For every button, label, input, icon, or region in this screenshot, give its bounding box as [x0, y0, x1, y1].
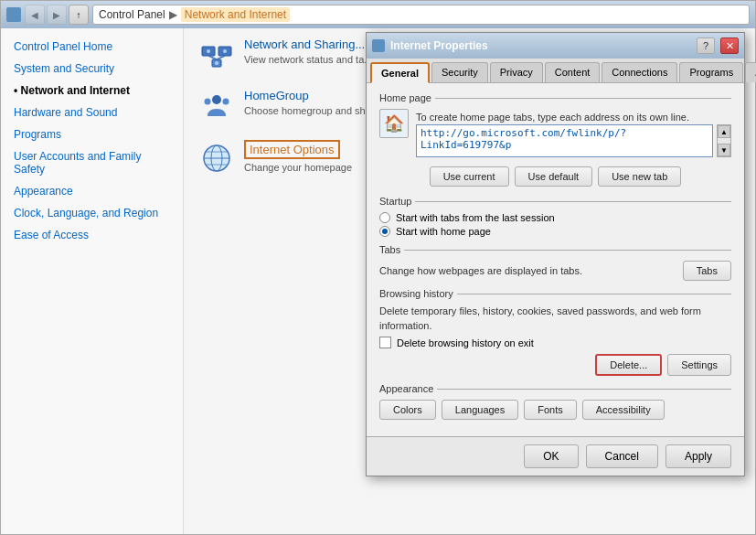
history-section: Delete temporary files, history, cookies…: [379, 305, 731, 376]
tabs-section-header: Tabs: [379, 244, 731, 255]
dialog-footer: OK Cancel Apply: [367, 436, 744, 476]
up-button[interactable]: ↑: [69, 5, 89, 25]
svg-point-10: [223, 99, 229, 105]
network-icon: [198, 37, 235, 74]
languages-button[interactable]: Languages: [442, 400, 518, 420]
cancel-button[interactable]: Cancel: [586, 444, 658, 468]
tabs-button[interactable]: Tabs: [683, 261, 731, 281]
svg-line-3: [208, 56, 217, 59]
sidebar: Control Panel Home System and Security N…: [1, 28, 184, 534]
internet-options-info: Internet Options Change your homepage: [244, 140, 352, 175]
svg-point-7: [215, 61, 218, 65]
history-buttons: Delete... Settings: [379, 354, 731, 376]
use-new-tab-button[interactable]: Use new tab: [598, 166, 681, 187]
homepage-scrollbar: ▲ ▼: [717, 124, 731, 157]
tab-content[interactable]: Content: [545, 62, 601, 82]
startup-section-header: Startup: [379, 196, 731, 207]
delete-button[interactable]: Delete...: [595, 354, 662, 376]
tabs-desc: Change how webpages are displayed in tab…: [379, 265, 582, 276]
tabs-section: Change how webpages are displayed in tab…: [379, 261, 731, 281]
svg-point-6: [223, 49, 227, 53]
homegroup-title[interactable]: HomeGroup: [244, 89, 374, 102]
homepage-desc: To create home page tabs, type each addr…: [416, 109, 731, 124]
dialog-title: Internet Properties: [390, 39, 691, 52]
homegroup-icon: [198, 89, 235, 125]
titlebar: ◀ ▶ ↑ Control Panel ▶ Network and Intern…: [1, 1, 755, 28]
sidebar-item-programs[interactable]: Programs: [1, 123, 183, 145]
startup-section: Start with tabs from the last session St…: [379, 212, 731, 237]
breadcrumb-root[interactable]: Control Panel: [99, 8, 165, 21]
homepage-content: To create home page tabs, type each addr…: [416, 109, 731, 161]
history-desc: Delete temporary files, history, cookies…: [379, 305, 731, 333]
homepage-input-row: ▲ ▼: [416, 124, 731, 157]
nav-buttons: ◀ ▶ ↑: [25, 5, 89, 25]
delete-on-exit-label: Delete browsing history on exit: [397, 337, 534, 348]
startup-home-page-label: Start with home page: [396, 226, 491, 237]
startup-home-page-row: Start with home page: [379, 226, 731, 237]
history-settings-button[interactable]: Settings: [667, 354, 731, 376]
svg-line-4: [217, 56, 225, 59]
tab-connections[interactable]: Connections: [602, 62, 677, 82]
svg-point-5: [207, 49, 210, 53]
sidebar-item-ease-of-access[interactable]: Ease of Access: [1, 224, 183, 246]
homepage-icon: 🏠: [379, 109, 409, 138]
breadcrumb-separator: ▶: [169, 8, 177, 21]
use-default-button[interactable]: Use default: [515, 166, 593, 187]
sidebar-item-system-security[interactable]: System and Security: [1, 58, 183, 80]
tab-advanced[interactable]: Advanced: [745, 62, 756, 82]
sidebar-item-appearance[interactable]: Appearance: [1, 180, 183, 202]
startup-last-session-row: Start with tabs from the last session: [379, 212, 731, 223]
ok-button[interactable]: OK: [524, 444, 578, 468]
scroll-up-arrow[interactable]: ▲: [718, 125, 730, 138]
startup-last-session-radio[interactable]: [379, 212, 390, 223]
delete-on-exit-checkbox[interactable]: [379, 337, 391, 348]
tab-privacy[interactable]: Privacy: [490, 62, 543, 82]
help-button[interactable]: ?: [697, 37, 715, 54]
sidebar-item-network-internet[interactable]: Network and Internet: [1, 80, 183, 102]
svg-point-8: [212, 95, 221, 104]
forward-button[interactable]: ▶: [47, 5, 67, 25]
svg-point-9: [205, 99, 211, 105]
internet-options-icon: [198, 140, 235, 177]
appearance-section-header: Appearance: [379, 383, 731, 394]
fonts-button[interactable]: Fonts: [524, 400, 577, 420]
sidebar-item-cp-home[interactable]: Control Panel Home: [1, 36, 183, 58]
history-section-header: Browsing history: [379, 288, 731, 299]
homepage-url-input[interactable]: [416, 124, 713, 157]
internet-properties-dialog: Internet Properties ? ✕ General Security…: [366, 32, 745, 476]
sidebar-item-clock-language[interactable]: Clock, Language, and Region: [1, 202, 183, 224]
homepage-section-header: Home page: [379, 92, 731, 103]
dialog-titlebar: Internet Properties ? ✕: [367, 33, 744, 59]
dialog-tabs: General Security Privacy Content Connect…: [367, 59, 744, 83]
dialog-body: Home page 🏠 To create home page tabs, ty…: [367, 83, 744, 436]
close-button[interactable]: ✕: [720, 37, 739, 54]
apply-button[interactable]: Apply: [665, 444, 731, 468]
breadcrumb: Control Panel ▶ Network and Internet: [92, 5, 750, 25]
accessibility-button[interactable]: Accessibility: [582, 400, 665, 420]
startup-home-page-radio[interactable]: [379, 226, 390, 237]
homepage-section: 🏠 To create home page tabs, type each ad…: [379, 109, 731, 161]
homepage-buttons: Use current Use default Use new tab: [379, 166, 731, 187]
history-checkbox-row: Delete browsing history on exit: [379, 337, 731, 348]
tab-general[interactable]: General: [370, 62, 430, 83]
startup-last-session-label: Start with tabs from the last session: [396, 212, 555, 223]
homegroup-info: HomeGroup Choose homegroup and sh...: [244, 89, 374, 118]
homegroup-desc: Choose homegroup and sh...: [244, 104, 374, 118]
appearance-buttons: ColorsLanguagesFontsAccessibility: [379, 400, 731, 420]
breadcrumb-current[interactable]: Network and Internet: [181, 7, 290, 22]
appearance-section: ColorsLanguagesFontsAccessibility: [379, 400, 731, 420]
sidebar-item-hardware-sound[interactable]: Hardware and Sound: [1, 102, 183, 123]
internet-options-title[interactable]: Internet Options: [244, 140, 340, 159]
colors-button[interactable]: Colors: [379, 400, 436, 420]
sidebar-item-user-accounts[interactable]: User Accounts and Family Safety: [1, 145, 183, 180]
use-current-button[interactable]: Use current: [430, 166, 509, 187]
scroll-down-arrow[interactable]: ▼: [718, 144, 730, 156]
dialog-icon: [372, 39, 385, 52]
back-button[interactable]: ◀: [25, 5, 45, 25]
tab-programs[interactable]: Programs: [679, 62, 743, 82]
window-icon: [6, 7, 21, 22]
tab-security[interactable]: Security: [431, 62, 488, 82]
internet-options-desc: Change your homepage: [244, 161, 352, 175]
